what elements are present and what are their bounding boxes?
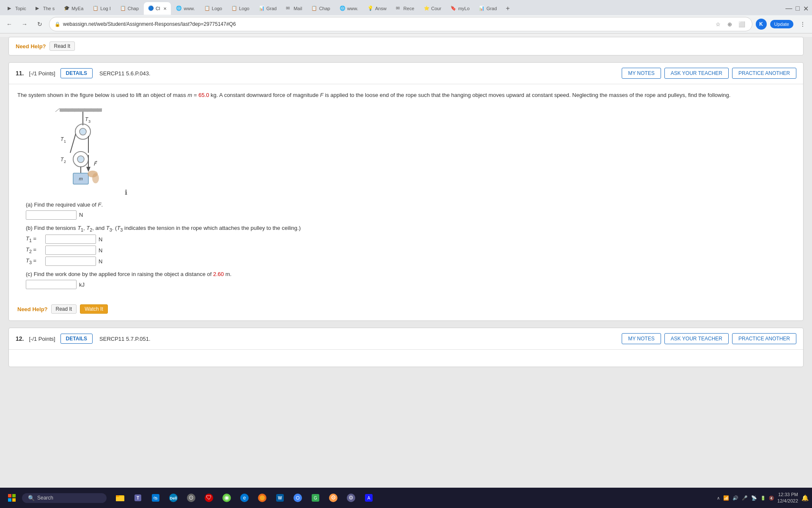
tab-rece[interactable]: ✉ Rece <box>392 2 419 15</box>
notification-icon[interactable]: 🔔 <box>801 494 809 501</box>
extension-icon[interactable]: ⊕ <box>725 19 735 29</box>
tab-icon-logo2: 📋 <box>231 6 237 11</box>
tab-mylo[interactable]: 🔖 myLo <box>446 2 474 15</box>
tab-logo1[interactable]: 📋 Logo <box>200 2 226 15</box>
tray-wifi-icon[interactable]: 📡 <box>751 495 757 501</box>
bookmark-icon[interactable]: ☆ <box>713 19 723 29</box>
tab-mail[interactable]: ✉ Mail <box>282 2 306 15</box>
svg-text:F⃗: F⃗ <box>93 160 97 166</box>
tray-sound-icon[interactable]: 🔊 <box>732 495 738 501</box>
taskbar-settings[interactable]: ⚙ <box>343 489 359 502</box>
question-11-details-button[interactable]: DETAILS <box>60 68 93 78</box>
taskbar-app15[interactable]: A <box>360 489 377 502</box>
svg-rect-31 <box>12 494 16 497</box>
tab-grad1[interactable]: 📊 Grad <box>255 2 281 15</box>
question-12-body-spacer <box>9 350 803 367</box>
taskbar-clock[interactable]: 12:33 PM 12/4/2022 <box>777 491 798 502</box>
question-11-need-help: Need Help? Read It Watch It <box>9 301 803 320</box>
part-b-t1-input[interactable] <box>45 235 96 244</box>
taskbar-teams[interactable]: T <box>129 489 146 502</box>
svg-text:G: G <box>314 496 317 500</box>
tab-icon-answ: 💡 <box>368 6 373 11</box>
diagram-info-icon[interactable]: ℹ <box>125 188 127 196</box>
question-12-card: 12. [-/1 Points] DETAILS SERCP11 5.7.P.0… <box>8 328 804 367</box>
part-b-t2-unit: N <box>99 247 102 254</box>
tray-network-icon[interactable]: 📶 <box>723 495 729 501</box>
tab-add-button[interactable]: + <box>502 3 514 14</box>
tab-log[interactable]: 📋 Log I <box>88 2 115 15</box>
taskbar-dell[interactable]: Dell <box>165 489 182 502</box>
question-11-read-it-button[interactable]: Read It <box>51 304 77 314</box>
tab-chap2[interactable]: 📋 Chap <box>307 2 334 15</box>
tray-battery-icon[interactable]: 🔋 <box>760 496 765 500</box>
tab-icon-mail: ✉ <box>286 6 292 11</box>
taskbar-app10[interactable]: W <box>272 489 288 502</box>
svg-point-11 <box>80 128 86 135</box>
settings-icon[interactable]: ⋮ <box>797 18 809 30</box>
tab-the-s[interactable]: ▶ The s <box>31 2 59 15</box>
reload-button[interactable]: ↻ <box>34 18 46 30</box>
start-button[interactable] <box>3 489 20 502</box>
taskbar-edge[interactable]: e <box>236 489 253 502</box>
taskbar-app12[interactable]: G <box>307 489 324 502</box>
taskbar-chrome[interactable] <box>289 489 306 502</box>
taskbar-mcafee[interactable]: 🛡 <box>200 489 217 502</box>
close-icon[interactable]: ✕ <box>803 5 809 13</box>
question-12-details-button[interactable]: DETAILS <box>60 334 93 344</box>
update-button[interactable]: Update <box>770 20 793 28</box>
tab-cour[interactable]: ⭐ Cour <box>420 2 446 15</box>
taskbar-app5[interactable]: ⊙ <box>183 489 200 502</box>
prev-read-it-button[interactable]: Read It <box>49 41 75 51</box>
svg-text:A: A <box>368 496 370 500</box>
taskbar-store[interactable]: 🛍 <box>147 489 164 502</box>
tab-logo2[interactable]: 📋 Logo <box>227 2 253 15</box>
tab-grad2[interactable]: 📊 Grad <box>475 2 501 15</box>
tab-topic[interactable]: ▶ Topic <box>3 2 30 15</box>
tab-myea[interactable]: 🎓 MyEa <box>60 2 88 15</box>
lock-icon: 🔒 <box>55 22 60 27</box>
svg-text:🛍: 🛍 <box>154 496 158 500</box>
forward-button[interactable]: → <box>19 18 30 30</box>
question-11-watch-it-button[interactable]: Watch It <box>80 304 108 314</box>
tab-icon-myea: 🎓 <box>64 6 70 11</box>
taskbar-search-box[interactable]: 🔍 Search <box>22 493 107 503</box>
tray-chevron-icon[interactable]: ∧ <box>717 496 720 500</box>
part-a-input[interactable] <box>26 210 77 220</box>
back-button[interactable]: ← <box>3 18 15 30</box>
profile-circle-icon[interactable]: ⬜ <box>737 19 747 29</box>
tab-answ[interactable]: 💡 Answ <box>363 2 391 15</box>
minimize-icon[interactable]: — <box>785 5 792 12</box>
part-b-t3-unit: N <box>99 258 102 265</box>
profile-button[interactable]: K <box>756 19 767 30</box>
tab-chap1[interactable]: 📋 Chap <box>116 2 143 15</box>
question-11-code: SERCP11 5.6.P.043. <box>99 70 150 77</box>
svg-point-23 <box>92 173 99 183</box>
tab-www2[interactable]: 🌐 www. <box>335 2 362 15</box>
ask-teacher-button[interactable]: ASK YOUR TEACHER <box>664 68 729 79</box>
tab-www1[interactable]: 🌐 www. <box>172 2 199 15</box>
taskbar-date-text: 12/4/2022 <box>777 498 798 502</box>
tray-muted-icon[interactable]: 🔇 <box>769 496 774 500</box>
tab-icon-topic: ▶ <box>8 6 14 11</box>
part-b-t2-input[interactable] <box>45 246 96 255</box>
taskbar-app13[interactable]: ⚙ <box>325 489 342 502</box>
tray-mic-icon[interactable]: 🎤 <box>742 495 748 501</box>
url-bar[interactable]: 🔒 webassign.net/web/Student/Assignment-R… <box>49 17 752 31</box>
svg-text:e: e <box>243 495 246 501</box>
q12-practice-another-button[interactable]: PRACTICE ANOTHER <box>732 333 796 344</box>
taskbar-firefox[interactable] <box>254 489 271 502</box>
q12-my-notes-button[interactable]: MY NOTES <box>622 333 661 344</box>
my-notes-button[interactable]: MY NOTES <box>622 68 661 79</box>
tab-cl-active[interactable]: 🔵 Cl ✕ <box>144 2 171 15</box>
part-b-t3-input[interactable] <box>45 257 96 266</box>
taskbar-app7[interactable]: ◉ <box>218 489 235 502</box>
practice-another-button[interactable]: PRACTICE ANOTHER <box>732 68 796 79</box>
tab-close-icon[interactable]: ✕ <box>163 6 167 11</box>
q12-ask-teacher-button[interactable]: ASK YOUR TEACHER <box>664 333 729 344</box>
taskbar-file-explorer[interactable] <box>112 489 129 502</box>
part-c-input[interactable] <box>26 280 77 289</box>
url-text: webassign.net/web/Student/Assignment-Res… <box>63 21 236 27</box>
part-a-answer-row: N <box>26 210 795 220</box>
maximize-icon[interactable]: □ <box>796 5 800 12</box>
question-12-action-buttons: MY NOTES ASK YOUR TEACHER PRACTICE ANOTH… <box>622 333 796 344</box>
